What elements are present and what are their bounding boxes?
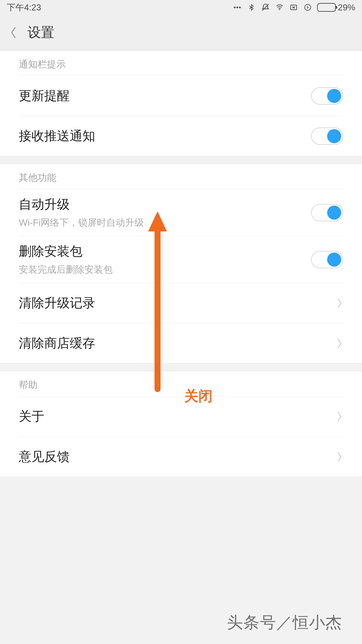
- row-label: 关于: [19, 408, 336, 425]
- group-help: 帮助 关于 意见反馈: [0, 371, 362, 477]
- toggle-auto-upgrade[interactable]: [311, 204, 343, 221]
- svg-point-1: [236, 6, 238, 8]
- no-sim-icon: [289, 3, 298, 12]
- row-label: 清除升级记录: [19, 294, 336, 312]
- row-label: 清除商店缓存: [19, 335, 336, 352]
- row-label: 删除安装包: [19, 243, 311, 260]
- bluetooth-icon: [247, 3, 256, 12]
- screen: 下午4:23 29%: [0, 0, 362, 644]
- charging-icon: [303, 3, 312, 12]
- row-label: 自动升级: [19, 196, 311, 213]
- chevron-right-icon: [336, 450, 343, 464]
- row-update-reminder[interactable]: 更新提醒: [19, 75, 343, 116]
- svg-point-0: [234, 6, 236, 8]
- row-clear-upgrade-history[interactable]: 清除升级记录: [19, 283, 343, 323]
- row-label: 更新提醒: [19, 87, 311, 104]
- settings-content: 通知栏提示 更新提醒 接收推送通知 其他功能 自动升级 Wi-Fi网络下，锁屏时…: [0, 50, 362, 477]
- row-about[interactable]: 关于: [19, 396, 343, 436]
- watermark: 头条号／恒小杰: [227, 612, 342, 633]
- page-title: 设置: [27, 23, 54, 42]
- chevron-right-icon: [336, 337, 343, 350]
- toggle-delete-apk[interactable]: [311, 251, 343, 268]
- chevron-right-icon: [336, 410, 343, 423]
- row-label: 接收推送通知: [19, 127, 311, 145]
- more-icon: [233, 3, 242, 12]
- back-button[interactable]: [9, 25, 18, 40]
- mute-icon: [261, 3, 270, 12]
- status-time: 下午4:23: [7, 2, 41, 13]
- row-feedback[interactable]: 意见反馈: [19, 436, 343, 477]
- row-delete-apk[interactable]: 删除安装包 安装完成后删除安装包: [19, 236, 343, 283]
- group-header: 其他功能: [0, 164, 362, 189]
- status-bar: 下午4:23 29%: [0, 0, 362, 15]
- group-header: 帮助: [0, 371, 362, 396]
- row-label: 意见反馈: [19, 448, 336, 465]
- row-sublabel: 安装完成后删除安装包: [19, 263, 311, 276]
- group-other: 其他功能 自动升级 Wi-Fi网络下，锁屏时自动升级 删除安装包 安装完成后删除…: [0, 164, 362, 364]
- chevron-right-icon: [336, 297, 343, 310]
- wifi-icon: [275, 3, 284, 12]
- row-auto-upgrade[interactable]: 自动升级 Wi-Fi网络下，锁屏时自动升级: [19, 189, 343, 236]
- battery-indicator: 29%: [317, 2, 355, 13]
- app-bar: 设置: [0, 15, 362, 50]
- group-header: 通知栏提示: [0, 51, 362, 75]
- group-notification: 通知栏提示 更新提醒 接收推送通知: [0, 50, 362, 156]
- toggle-push-notification[interactable]: [311, 127, 343, 145]
- status-icons: 29%: [233, 2, 355, 13]
- annotation-label: 关闭: [184, 387, 213, 406]
- battery-percent: 29%: [338, 2, 355, 13]
- svg-point-2: [239, 6, 241, 8]
- row-sublabel: Wi-Fi网络下，锁屏时自动升级: [19, 216, 311, 229]
- svg-point-4: [279, 9, 280, 10]
- row-push-notification[interactable]: 接收推送通知: [19, 116, 343, 156]
- toggle-update-reminder[interactable]: [311, 87, 343, 105]
- row-clear-store-cache[interactable]: 清除商店缓存: [19, 323, 343, 363]
